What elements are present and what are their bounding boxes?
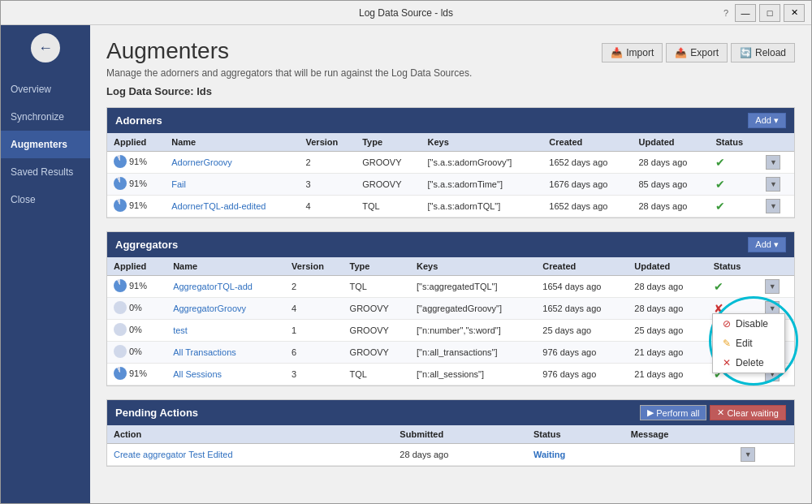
keys-cell: ["s.a.s:adornTime"] xyxy=(421,174,543,196)
row-dropdown[interactable]: ▼ xyxy=(766,177,780,192)
context-menu-disable[interactable]: ⊘ Disable xyxy=(713,314,784,334)
name-cell: test xyxy=(166,320,285,342)
pending-title: Pending Actions xyxy=(115,407,198,419)
sidebar-logo: ← xyxy=(31,33,60,62)
sidebar-item-saved-results[interactable]: Saved Results xyxy=(1,158,90,186)
keys-cell: ["n:all_transactions"] xyxy=(410,342,536,364)
pending-row-dropdown[interactable]: ▼ xyxy=(741,447,755,462)
adorners-col-updated: Updated xyxy=(633,133,710,152)
updated-cell: 28 days ago xyxy=(628,276,706,298)
pending-table: Action Submitted Status Message Create a… xyxy=(107,425,794,466)
row-dropdown[interactable]: ▼ xyxy=(766,199,780,213)
pending-header: Pending Actions ▶ Perform all ✕ Clear wa… xyxy=(107,400,794,425)
table-row: 91% AdornerTQL-add-edited 4 TQL ["s.a.s:… xyxy=(107,196,794,218)
perform-all-icon: ▶ xyxy=(647,407,654,418)
action-cell: ▼ xyxy=(759,152,794,174)
pending-header-row: Action Submitted Status Message xyxy=(107,425,794,444)
agg-col-type: Type xyxy=(343,257,410,276)
table-row: 91% AdornerGroovy 2 GROOVY ["s.a.s:adorn… xyxy=(107,152,794,174)
reload-button[interactable]: 🔄 Reload xyxy=(731,43,795,62)
pending-col-status: Status xyxy=(527,425,624,444)
pending-col-submitted: Submitted xyxy=(393,425,527,444)
applied-cell: 0% xyxy=(107,320,166,342)
adorner-name-link[interactable]: Fail xyxy=(171,179,186,189)
adorner-name-link[interactable]: AdornerTQL-add-edited xyxy=(171,201,266,211)
adorner-name-link[interactable]: AdornerGroovy xyxy=(171,157,232,167)
created-cell: 976 days ago xyxy=(536,364,628,386)
adorners-add-button[interactable]: Add ▾ xyxy=(748,113,786,128)
main-content: Augmenters 📥 Import 📤 Export 🔄 Reload xyxy=(90,25,811,503)
sidebar-item-close[interactable]: Close xyxy=(1,186,90,213)
agg-name-link[interactable]: AggregatorGroovy xyxy=(173,304,246,313)
adorners-col-action xyxy=(759,133,794,152)
adorners-table: Applied Name Version Type Keys Created U… xyxy=(107,133,794,218)
type-cell: GROOVY xyxy=(356,152,421,174)
name-cell: AggregatorGroovy xyxy=(166,298,285,320)
updated-cell: 21 days ago xyxy=(628,364,706,386)
row-dropdown[interactable]: ▼ xyxy=(766,155,780,170)
agg-col-action xyxy=(758,257,794,276)
keys-cell: ["aggregatedGroovy"] xyxy=(410,298,536,320)
export-icon: 📤 xyxy=(675,47,687,58)
type-cell: GROOVY xyxy=(343,342,410,364)
agg-col-status: Status xyxy=(707,257,759,276)
pending-action-dropdown: ▼ xyxy=(734,444,794,466)
export-button[interactable]: 📤 Export xyxy=(666,43,728,62)
agg-name-link[interactable]: All Transactions xyxy=(173,347,236,357)
sidebar-item-overview[interactable]: Overview xyxy=(1,75,90,103)
adorners-col-name: Name xyxy=(165,133,299,152)
version-cell: 6 xyxy=(285,342,343,364)
pending-action-link[interactable]: Create aggregator Test Edited xyxy=(114,450,233,459)
status-cell: ✔ xyxy=(709,152,759,174)
window: Log Data Source - lds ? — □ ✕ ← Overview… xyxy=(0,0,812,504)
updated-cell: 28 days ago xyxy=(628,298,706,320)
action-cell: ▼ xyxy=(759,196,794,218)
help-label[interactable]: ? xyxy=(723,8,728,18)
table-row: 91% AggregatorTQL-add 2 TQL ["s:aggregat… xyxy=(107,276,794,298)
agg-col-keys: Keys xyxy=(410,257,536,276)
close-button[interactable]: ✕ xyxy=(784,4,805,22)
name-cell: AdornerTQL-add-edited xyxy=(165,196,299,218)
agg-name-link[interactable]: AggregatorTQL-add xyxy=(173,282,253,291)
import-icon: 📥 xyxy=(611,47,623,58)
updated-cell: 28 days ago xyxy=(633,152,710,174)
context-menu-edit[interactable]: ✎ Edit xyxy=(713,334,784,353)
import-button[interactable]: 📥 Import xyxy=(602,43,663,62)
context-menu-delete[interactable]: ✕ Delete xyxy=(713,353,784,373)
status-cell: ✔ xyxy=(709,174,759,196)
keys-cell: ["s:aggregatedTQL"] xyxy=(410,276,536,298)
pending-buttons: ▶ Perform all ✕ Clear waiting xyxy=(640,405,786,420)
type-cell: TQL xyxy=(343,276,410,298)
agg-name-link[interactable]: All Sessions xyxy=(173,369,222,379)
action-cell: ▼ xyxy=(759,174,794,196)
agg-name-link[interactable]: test xyxy=(173,325,188,335)
table-row: 91% All Sessions 3 TQL ["n:all_sessions"… xyxy=(107,364,794,386)
sidebar-item-synchronize[interactable]: Synchronize xyxy=(1,103,90,131)
header-buttons: 📥 Import 📤 Export 🔄 Reload xyxy=(602,43,795,62)
name-cell: AdornerGroovy xyxy=(165,152,299,174)
title-bar: Log Data Source - lds ? — □ ✕ xyxy=(1,1,811,25)
aggregators-add-button[interactable]: Add ▾ xyxy=(748,237,786,252)
sidebar-item-augmenters[interactable]: Augmenters xyxy=(1,131,90,158)
minimize-button[interactable]: — xyxy=(735,4,756,22)
table-row: 91% Fail 3 GROOVY ["s.a.s:adornTime"] 16… xyxy=(107,174,794,196)
page-header: Augmenters 📥 Import 📤 Export 🔄 Reload xyxy=(106,38,795,64)
aggregators-header-row: Applied Name Version Type Keys Created U… xyxy=(107,257,794,276)
app-body: ← Overview Synchronize Augmenters Saved … xyxy=(1,25,811,503)
adorners-col-keys: Keys xyxy=(421,133,543,152)
perform-all-button[interactable]: ▶ Perform all xyxy=(640,405,706,420)
adorners-col-type: Type xyxy=(356,133,421,152)
agg-col-applied: Applied xyxy=(107,257,166,276)
updated-cell: 85 days ago xyxy=(633,174,710,196)
clear-waiting-button[interactable]: ✕ Clear waiting xyxy=(710,405,786,420)
delete-icon: ✕ xyxy=(723,357,731,368)
row-dropdown[interactable]: ▼ xyxy=(765,279,780,294)
keys-cell: ["s.a.s:adornTQL"] xyxy=(421,196,543,218)
type-cell: TQL xyxy=(343,364,410,386)
applied-cell: 91% xyxy=(107,196,165,218)
maximize-button[interactable]: □ xyxy=(759,4,780,22)
pending-col-action: Action xyxy=(107,425,393,444)
created-cell: 1652 days ago xyxy=(542,196,632,218)
name-cell: AggregatorTQL-add xyxy=(166,276,285,298)
applied-cell: 0% xyxy=(107,342,166,364)
